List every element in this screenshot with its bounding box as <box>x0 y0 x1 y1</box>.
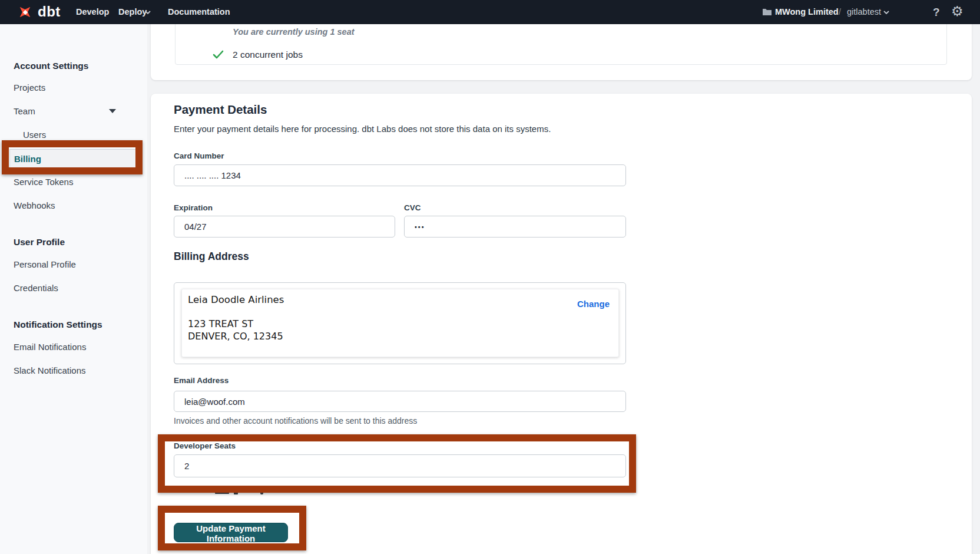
sidebar-item-webhooks[interactable]: Webhooks <box>14 200 55 210</box>
top-navbar: dbt Develop Deploy Documentation MWong L… <box>0 0 980 24</box>
notification-settings-heading: Notification Settings <box>14 319 102 330</box>
caret-down-icon[interactable] <box>109 109 116 113</box>
sidebar-item-service-tokens[interactable]: Service Tokens <box>14 177 73 187</box>
sidebar-item-projects[interactable]: Projects <box>14 83 45 93</box>
payment-details-card: Payment Details Enter your payment detai… <box>151 94 972 554</box>
card-number-label: Card Number <box>174 151 224 160</box>
email-address-label: Email Address <box>174 376 229 385</box>
concurrent-jobs-text: 2 concurrent jobs <box>233 50 303 60</box>
nav-documentation[interactable]: Documentation <box>168 0 230 24</box>
main-content: You are currently using 1 seat 2 concurr… <box>147 0 980 554</box>
user-profile-heading: User Profile <box>14 237 65 248</box>
sidebar-item-team[interactable]: Team <box>14 106 35 116</box>
billing-address-card: Leia Doodle Airlines Change 123 TREAT ST… <box>181 289 619 357</box>
billing-address-box: Leia Doodle Airlines Change 123 TREAT ST… <box>174 282 626 364</box>
cvc-label: CVC <box>404 203 421 212</box>
sidebar-item-personal-profile[interactable]: Personal Profile <box>14 259 76 269</box>
payment-details-title: Payment Details <box>174 103 267 117</box>
breadcrumb-separator: / <box>839 0 841 24</box>
billing-address-name: Leia Doodle Airlines <box>188 294 284 305</box>
billing-address-city: DENVER, CO, 12345 <box>188 331 283 342</box>
sidebar-item-users[interactable]: Users <box>23 130 46 140</box>
clipped-text-fragment <box>215 492 229 494</box>
nav-deploy[interactable]: Deploy <box>118 0 147 24</box>
chevron-down-icon[interactable] <box>145 11 151 14</box>
account-switcher[interactable]: MWong Limited <box>775 0 839 24</box>
chevron-down-icon[interactable] <box>883 11 889 14</box>
sidebar-item-email-notifications[interactable]: Email Notifications <box>14 342 86 352</box>
settings-sidebar: Account Settings Projects Team Users Bil… <box>0 24 147 554</box>
seat-usage-note: You are currently using 1 seat <box>233 27 355 37</box>
help-icon[interactable]: ? <box>933 0 940 24</box>
account-settings-heading: Account Settings <box>14 61 88 71</box>
email-address-input[interactable] <box>174 391 626 412</box>
clipped-text-fragment <box>234 492 238 494</box>
expiration-input[interactable] <box>174 216 395 238</box>
sidebar-item-slack-notifications[interactable]: Slack Notifications <box>14 365 86 375</box>
project-switcher[interactable]: gitlabtest <box>847 0 881 24</box>
card-number-input[interactable] <box>174 164 626 186</box>
billing-label: Billing <box>14 154 41 164</box>
developer-seats-input[interactable] <box>174 454 626 477</box>
sidebar-item-billing[interactable]: Billing <box>9 149 140 168</box>
change-address-link[interactable]: Change <box>577 299 610 309</box>
payment-details-description: Enter your payment details here for proc… <box>174 124 551 134</box>
cvc-input[interactable] <box>404 216 626 238</box>
developer-seats-label: Developer Seats <box>174 441 236 450</box>
email-helper-text: Invoices and other account notifications… <box>174 416 417 426</box>
expiration-label: Expiration <box>174 203 213 212</box>
clipped-text-fragment <box>260 492 263 494</box>
folder-icon <box>762 8 772 16</box>
brand-name: dbt <box>38 4 61 20</box>
check-icon <box>213 50 224 59</box>
sidebar-item-credentials[interactable]: Credentials <box>14 283 58 293</box>
billing-address-title: Billing Address <box>174 250 249 263</box>
gear-icon[interactable]: ⚙ <box>951 0 964 24</box>
nav-develop[interactable]: Develop <box>76 0 109 24</box>
update-payment-button[interactable]: Update Payment Information <box>174 523 288 542</box>
billing-address-street: 123 TREAT ST <box>188 318 253 329</box>
